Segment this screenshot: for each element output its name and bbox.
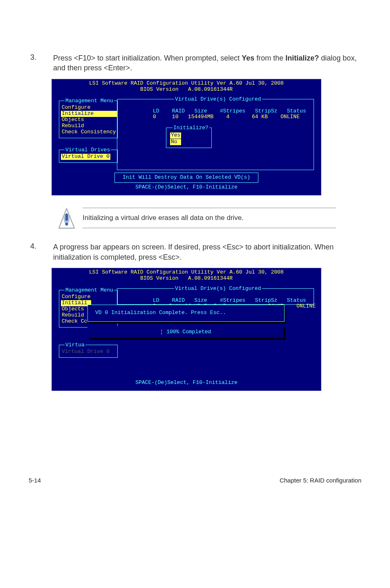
caution-icon <box>58 208 75 230</box>
step-3-num: 3. <box>29 53 53 62</box>
step-4-text: A progress bar appears on screen. If des… <box>53 242 361 262</box>
bios-screenshot-2: LSI Software RAID Configuration Utility … <box>52 268 361 391</box>
vd-item-0[interactable]: Virtual Drive 0 <box>61 154 110 160</box>
mgmt-configure[interactable]: Configure <box>61 105 117 111</box>
bios-title-line1: LSI Software RAID Configuration Utility … <box>89 80 284 86</box>
initialize-options: Yes No <box>170 132 181 145</box>
step-3-bold2: Initialize? <box>285 54 319 62</box>
progress-box: ¦ 100% Completed <box>87 326 284 338</box>
step-4-num: 4. <box>29 242 53 251</box>
mgmt2-rebuild[interactable]: Rebuild <box>61 312 91 319</box>
mgmt2-objects[interactable]: Objects <box>61 306 91 312</box>
step-3-pre: Press <F10> to start initialization. Whe… <box>53 54 242 62</box>
bios-title-line2: BIOS Version A.08.09161344R <box>140 86 233 92</box>
bios2-title: LSI Software RAID Configuration Utility … <box>52 268 321 286</box>
init-complete-msg: VD 0 Initialization Complete. Press Esc.… <box>88 305 284 321</box>
vd-list: Virtual Drive 0 <box>61 154 110 160</box>
mgmt-rebuild[interactable]: Rebuild <box>61 123 117 129</box>
bios2-title-line1: LSI Software RAID Configuration Utility … <box>89 269 284 275</box>
mgmt-items: Configure Initialize Objects Rebuild Che… <box>61 105 117 135</box>
bios2-title-line2: BIOS Version A.08.09161344R <box>140 275 233 281</box>
bios2-footer: SPACE-(De)Select, F10-Initialize <box>52 378 321 387</box>
note-text: Initializing a virtual drive erases all … <box>83 208 336 228</box>
mgmt-items-2: Configure Initiali Objects Rebuild Check… <box>61 294 91 325</box>
virtua-title: Virtua <box>65 342 85 348</box>
vd-item-0-dim[interactable]: Virtual Drive 0 <box>61 349 110 355</box>
vd-list-2: Virtual Drive 0 <box>61 349 110 355</box>
svg-point-2 <box>65 223 68 226</box>
page-number: 5-14 <box>29 477 41 484</box>
step-3-text: Press <F10> to start initialization. Whe… <box>53 53 361 73</box>
note-block: Initializing a virtual drive erases all … <box>58 208 361 230</box>
vd-panel-title: Virtual Drive(s) Configured <box>174 97 262 103</box>
svg-rect-1 <box>65 213 68 221</box>
mgmt-checkconsistency[interactable]: Check Consistency <box>61 129 117 135</box>
mgmt2-initialize[interactable]: Initiali <box>61 300 91 306</box>
mgmt-objects[interactable]: Objects <box>61 117 117 123</box>
init-no[interactable]: No <box>170 139 181 145</box>
init-complete-box: VD 0 Initialization Complete. Press Esc.… <box>87 305 285 322</box>
bios-footer: SPACE-(De)Select, F10-Initialize <box>52 183 321 191</box>
step-4: 4. A progress bar appears on screen. If … <box>29 242 361 262</box>
warning-bar: Init Will Destroy Data On Selected VD(s) <box>114 173 258 183</box>
step-3: 3. Press <F10> to start initialization. … <box>29 53 361 73</box>
step-3-bold1: Yes <box>242 54 254 62</box>
bios-title: LSI Software RAID Configuration Utility … <box>52 79 321 97</box>
virtual-drives-title: Virtual Drives <box>65 147 111 153</box>
row-stripsz: 64 KB <box>252 114 268 120</box>
page-footer: 5-14 Chapter 5: RAID configuration <box>0 477 390 500</box>
mgmt2-configure[interactable]: Configure <box>61 294 91 300</box>
chapter-label: Chapter 5: RAID configuration <box>280 477 361 484</box>
row2-status: ONLINE <box>296 303 316 309</box>
row-raid: 10 <box>172 114 179 120</box>
vd-row: 0 10 154494MB 4 64 KB ONLINE <box>121 108 300 126</box>
mgmt-panel-title: Management Menu <box>65 98 114 104</box>
step-3-mid: from the <box>254 54 285 62</box>
vd-panel-title-2: Virtual Drive(s) Configured <box>174 286 262 292</box>
mgmt-initialize[interactable]: Initialize <box>61 111 117 117</box>
progress-label: ¦ 100% Completed <box>87 326 284 339</box>
bios-screenshot-1: LSI Software RAID Configuration Utility … <box>52 79 361 196</box>
initialize-dialog-title: Initialize? <box>173 125 209 131</box>
mgmt2-checkcc[interactable]: Check Cc <box>61 319 91 325</box>
row-stripes: 4 <box>226 114 230 120</box>
row-ld: 0 <box>153 114 156 120</box>
mgmt-panel-title-2: Management Menu <box>65 287 114 294</box>
row-status: ONLINE <box>280 114 300 120</box>
row-size: 154494MB <box>188 114 213 120</box>
init-yes[interactable]: Yes <box>170 132 181 139</box>
